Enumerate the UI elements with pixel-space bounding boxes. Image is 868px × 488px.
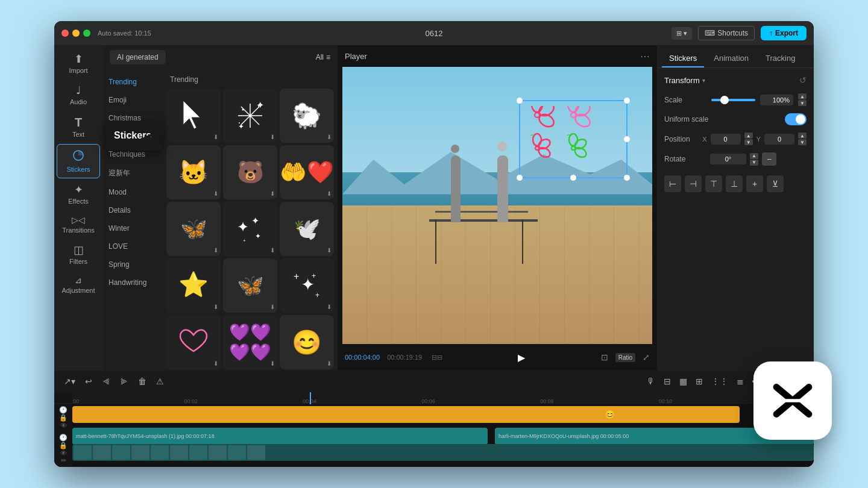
view-button[interactable]: ⊞ ▾ bbox=[671, 27, 692, 40]
track-emoji[interactable]: 😊 bbox=[591, 406, 629, 423]
sticker-cell-cursor[interactable]: ⬇ bbox=[166, 89, 221, 143]
corner-handle-bm[interactable] bbox=[570, 175, 576, 181]
x-down-btn[interactable]: ▼ bbox=[744, 139, 753, 145]
scale-up-btn[interactable]: ▲ bbox=[798, 93, 807, 99]
tl-eye2-icon[interactable]: 👁 bbox=[60, 449, 67, 457]
sticker-cell-sparkle[interactable]: ✦ ✦ ⬇ bbox=[223, 89, 277, 143]
play-button[interactable]: ▶ bbox=[513, 349, 530, 366]
fullscreen-icon[interactable]: ⤢ bbox=[643, 352, 650, 362]
sticker-cell-dove[interactable]: 🕊️ ⬇ bbox=[280, 202, 334, 256]
split-track-btn[interactable]: ▦ bbox=[677, 374, 690, 389]
align-top-btn[interactable]: ⊥ bbox=[726, 175, 743, 192]
tl-clock2-icon[interactable]: 🕐 bbox=[59, 434, 68, 442]
tl-clock-icon[interactable]: 🕐 bbox=[59, 406, 68, 414]
rotate-down-btn[interactable]: ▼ bbox=[750, 160, 758, 166]
category-item-newyear[interactable]: 迎新年 bbox=[102, 163, 163, 183]
rotate-minus-button[interactable]: − bbox=[762, 152, 776, 166]
track-yellow[interactable] bbox=[72, 406, 740, 423]
category-item-love[interactable]: LOVE bbox=[102, 237, 163, 255]
scale-input[interactable] bbox=[760, 95, 793, 105]
toolbar-item-transitions[interactable]: ▷◁ Transitions bbox=[57, 211, 100, 239]
tl-eye-icon[interactable]: 👁 bbox=[60, 422, 67, 429]
export-button[interactable]: ↑ Export bbox=[761, 26, 807, 40]
sticker-cell-cat[interactable]: 🐱 ⬇ bbox=[166, 145, 221, 199]
select-tool-btn[interactable]: ↗▾ bbox=[61, 374, 78, 389]
shortcuts-button[interactable]: ⌨ Shortcuts bbox=[698, 26, 755, 40]
sticker-cell-star[interactable]: ⭐ ⬇ bbox=[166, 258, 221, 313]
toolbar-item-import[interactable]: ⬆ Import bbox=[57, 49, 100, 79]
tab-stickers[interactable]: Stickers bbox=[662, 50, 704, 67]
category-item-trending[interactable]: Trending bbox=[102, 73, 163, 91]
sticker-cell-bear[interactable]: 🐻 ⬇ bbox=[223, 145, 277, 199]
dots-btn[interactable]: ⋮⋮ bbox=[709, 374, 731, 389]
sticker-cell-hearts[interactable]: 💜💜💜💜 ⬇ bbox=[223, 315, 277, 369]
align-center-h-btn[interactable]: ⊣ bbox=[685, 175, 702, 192]
tl-lock-icon[interactable]: 🔒 bbox=[59, 414, 68, 422]
split-l-btn[interactable]: ⫷ bbox=[99, 374, 113, 389]
align-right-btn[interactable]: ⊤ bbox=[705, 175, 722, 192]
sticker-cell-smiley[interactable]: 😊 ⬇ bbox=[280, 315, 334, 369]
toolbar-item-adjustment[interactable]: ⊿ Adjustment bbox=[57, 271, 100, 299]
sticker-overlay[interactable]: ⌢ ⌢ bbox=[519, 100, 627, 178]
screenshot-icon[interactable]: ⊡ bbox=[601, 352, 608, 362]
mic-btn[interactable]: 🎙 bbox=[644, 374, 658, 389]
toolbar-item-filters[interactable]: ◫ Filters bbox=[57, 240, 100, 270]
traffic-light-green[interactable] bbox=[83, 30, 90, 37]
clip-btn[interactable]: ⊟ bbox=[661, 374, 673, 389]
player-menu-icon[interactable]: ⋯ bbox=[640, 51, 650, 62]
toolbar-item-text[interactable]: T Text bbox=[57, 111, 100, 143]
timeline-left-controls: 🕐 🔒 👁 🕐 🔒 👁 ✏ bbox=[54, 392, 72, 467]
rotate-input[interactable] bbox=[710, 154, 746, 164]
tl-lock2-icon[interactable]: 🔒 bbox=[59, 442, 68, 449]
y-down-btn[interactable]: ▼ bbox=[798, 139, 807, 145]
tab-animation[interactable]: Animation bbox=[706, 50, 756, 67]
scale-slider[interactable] bbox=[711, 99, 755, 101]
position-y-input[interactable] bbox=[764, 134, 794, 145]
ai-generated-button[interactable]: AI generated bbox=[110, 50, 166, 64]
corner-handle-rm[interactable] bbox=[624, 136, 630, 142]
all-filter-button[interactable]: All ≡ bbox=[316, 53, 330, 61]
track-teal-1[interactable]: matt-bennett-78hTqvJYMS4-unsplash (1).jp… bbox=[72, 428, 488, 445]
toolbar-item-stickers[interactable]: Stickers bbox=[57, 144, 100, 178]
toolbar-item-effects[interactable]: ✦ Effects bbox=[57, 180, 100, 210]
scale-down-btn[interactable]: ▼ bbox=[798, 100, 807, 106]
playhead[interactable] bbox=[310, 392, 311, 404]
tl-pencil-icon[interactable]: ✏ bbox=[61, 457, 66, 465]
window-title: 0612 bbox=[426, 29, 443, 38]
sticker-cell-heart[interactable]: ⬇ bbox=[166, 315, 221, 369]
category-item-mood[interactable]: Mood bbox=[102, 183, 163, 201]
sticker-cell-bluebutterfly[interactable]: 🦋 ⬇ bbox=[223, 258, 277, 313]
timeline-toolbar: ↗▾ ↩ ⫷ ⫸ 🗑 ⚠ 🎙 ⊟ ▦ ⊞ ⋮⋮ ≣ ⊕ bbox=[54, 371, 814, 392]
align-center-v-btn[interactable]: + bbox=[746, 175, 763, 192]
category-item-winter[interactable]: Winter bbox=[102, 219, 163, 237]
snap-btn[interactable]: ≣ bbox=[734, 374, 746, 389]
sticker-cell-sparkle3[interactable]: ✦ + + + ⬇ bbox=[280, 258, 334, 313]
sticker-cell-hands[interactable]: 🤲❤️ ⬇ bbox=[280, 145, 334, 199]
delete-btn[interactable]: 🗑 bbox=[136, 374, 149, 389]
reset-icon[interactable]: ↺ bbox=[799, 75, 807, 85]
undo-btn[interactable]: ↩ bbox=[83, 374, 95, 389]
add-track-btn[interactable]: ⊞ bbox=[693, 374, 705, 389]
traffic-light-yellow[interactable] bbox=[72, 30, 80, 37]
uniform-scale-toggle[interactable] bbox=[785, 113, 807, 125]
category-item-spring[interactable]: Spring bbox=[102, 255, 163, 274]
y-up-btn[interactable]: ▲ bbox=[798, 133, 807, 139]
split-r-btn[interactable]: ⫸ bbox=[118, 374, 131, 389]
category-item-handwriting[interactable]: Handwriting bbox=[102, 274, 163, 292]
tab-tracking[interactable]: Tracking bbox=[758, 50, 802, 67]
align-bottom-btn[interactable]: ⊻ bbox=[767, 175, 784, 192]
align-left-btn[interactable]: ⊢ bbox=[664, 175, 681, 192]
sticker-cell-butterfly[interactable]: 🦋 ⬇ bbox=[166, 202, 221, 256]
position-x-input[interactable] bbox=[711, 134, 741, 145]
ratio-badge[interactable]: Ratio bbox=[615, 353, 635, 362]
toolbar-item-audio[interactable]: ♩ Audio bbox=[57, 80, 100, 110]
sticker-cell-sheep[interactable]: 🐑 ⬇ bbox=[280, 89, 334, 143]
thumbnail-track[interactable] bbox=[72, 444, 814, 461]
sticker-cell-sparkle2[interactable]: ✦ ✦ ✦ + ⬇ bbox=[223, 202, 277, 256]
category-item-emoji[interactable]: Emoji bbox=[102, 91, 163, 109]
category-item-details[interactable]: Details bbox=[102, 201, 163, 219]
traffic-light-red[interactable] bbox=[61, 30, 69, 37]
x-up-btn[interactable]: ▲ bbox=[744, 133, 753, 139]
warn-btn[interactable]: ⚠ bbox=[154, 374, 166, 389]
rotate-up-btn[interactable]: ▲ bbox=[750, 153, 758, 159]
